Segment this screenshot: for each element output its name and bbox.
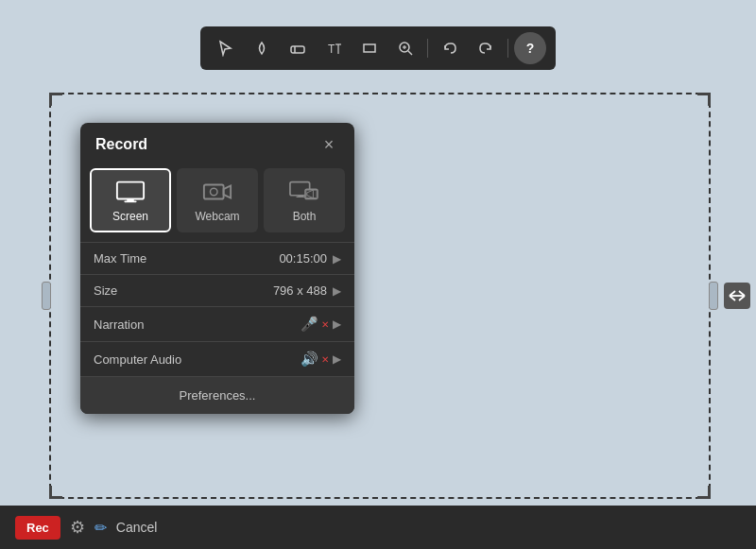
computer-audio-arrow[interactable]: ▶	[333, 352, 341, 366]
narration-label: Narration	[94, 317, 301, 332]
max-time-value: 00:15:00	[279, 251, 327, 266]
dialog-header: Record ×	[80, 123, 354, 164]
size-arrow[interactable]: ▶	[333, 284, 341, 298]
toolbar-divider	[427, 39, 428, 58]
cancel-button[interactable]: Cancel	[116, 520, 158, 535]
svg-rect-0	[291, 46, 304, 53]
svg-text:T: T	[328, 43, 335, 56]
preferences-button[interactable]: Preferences...	[80, 377, 354, 414]
record-dialog: Record × Screen We	[80, 123, 354, 414]
pen-tool-button[interactable]	[246, 32, 278, 64]
corner-handle-tl[interactable]	[49, 93, 62, 106]
mode-screen-button[interactable]: Screen	[90, 168, 171, 232]
narration-row: Narration 🎤 ✕ ▶	[80, 307, 354, 342]
max-time-row: Max Time 00:15:00 ▶	[80, 243, 354, 275]
narration-mute-icon: ✕	[321, 319, 329, 330]
side-handle-left[interactable]	[42, 282, 51, 310]
svg-rect-13	[124, 200, 136, 202]
main-toolbar: T ?	[200, 26, 556, 70]
side-handle-right[interactable]	[709, 282, 718, 310]
size-value: 796 x 488	[273, 283, 327, 298]
webcam-mode-icon	[202, 180, 232, 204]
screen-mode-icon	[115, 180, 146, 204]
mode-selection-row: Screen Webcam	[80, 164, 354, 242]
dialog-title: Record	[95, 136, 147, 153]
svg-rect-5	[364, 44, 375, 52]
pencil-icon[interactable]: ✏	[94, 519, 107, 537]
expand-handle[interactable]	[724, 283, 750, 309]
audio-mute-icon: ✕	[321, 354, 329, 365]
svg-point-15	[210, 188, 217, 196]
svg-rect-14	[204, 184, 224, 198]
svg-rect-18	[297, 197, 305, 197]
select-tool-button[interactable]	[210, 32, 242, 64]
text-tool-button[interactable]: T	[318, 32, 350, 64]
computer-audio-row: Computer Audio 🔊 ✕ ▶	[80, 342, 354, 377]
mode-both-button[interactable]: Both	[264, 168, 345, 232]
preferences-label: Preferences...	[180, 388, 256, 403]
speaker-icon: 🔊	[301, 351, 318, 368]
settings-section: Max Time 00:15:00 ▶ Size 796 x 488 ▶ Nar…	[80, 242, 354, 377]
svg-line-7	[408, 51, 412, 55]
settings-gear-icon[interactable]: ⚙	[70, 517, 85, 538]
bottom-bar: Rec ⚙ ✏ Cancel	[0, 506, 756, 549]
narration-mic-wrap: 🎤 ✕	[301, 316, 329, 333]
size-label: Size	[94, 283, 273, 298]
rec-button[interactable]: Rec	[15, 516, 60, 540]
eraser-tool-button[interactable]	[282, 32, 314, 64]
narration-arrow[interactable]: ▶	[333, 317, 341, 331]
microphone-icon: 🎤	[301, 316, 318, 333]
audio-icon-wrap: 🔊 ✕	[301, 351, 329, 368]
help-button[interactable]: ?	[514, 32, 546, 64]
both-mode-icon	[289, 180, 319, 204]
redo-button[interactable]	[470, 32, 502, 64]
corner-handle-br[interactable]	[697, 486, 711, 499]
dialog-close-button[interactable]: ×	[318, 134, 339, 155]
toolbar-divider-2	[507, 39, 508, 58]
screen-mode-label: Screen	[112, 210, 148, 223]
svg-rect-11	[117, 182, 144, 199]
both-mode-label: Both	[293, 210, 317, 223]
corner-handle-tr[interactable]	[697, 93, 711, 106]
undo-button[interactable]	[434, 32, 466, 64]
webcam-mode-label: Webcam	[195, 210, 239, 223]
rect-tool-button[interactable]	[353, 32, 386, 64]
max-time-label: Max Time	[94, 251, 279, 266]
mode-webcam-button[interactable]: Webcam	[177, 168, 258, 232]
zoom-tool-button[interactable]	[389, 32, 421, 64]
size-row: Size 796 x 488 ▶	[80, 275, 354, 307]
corner-handle-bl[interactable]	[49, 486, 62, 499]
computer-audio-label: Computer Audio	[94, 352, 301, 367]
max-time-arrow[interactable]: ▶	[333, 252, 341, 266]
